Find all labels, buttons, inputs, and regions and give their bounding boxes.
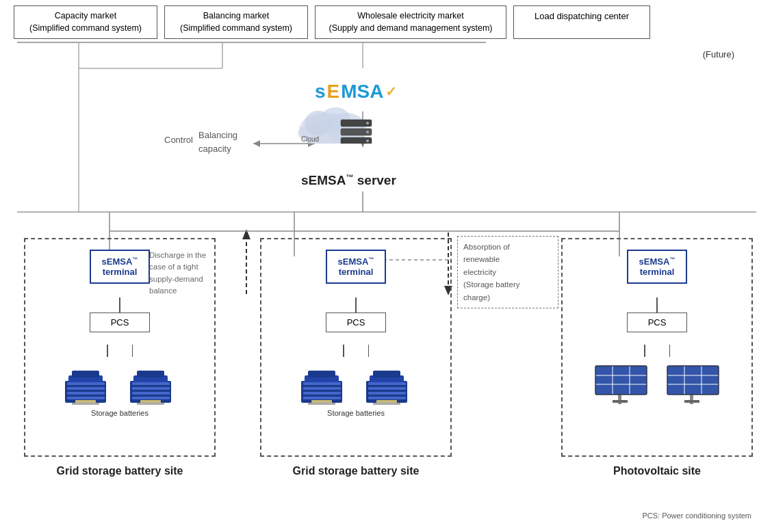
capacity-market-title: Capacity market	[21, 10, 150, 23]
svg-rect-47	[137, 371, 164, 377]
balancing-market-subtitle: (Simplified command system)	[172, 23, 300, 35]
svg-rect-67	[368, 387, 406, 390]
top-market-boxes: Capacity market (Simplified command syst…	[14, 5, 758, 39]
svg-rect-58	[303, 387, 341, 390]
site3-terminal-pcs-connector	[656, 297, 658, 312]
site3-dashed-box: sEMSA™terminal PCS	[561, 238, 753, 457]
svg-marker-13	[253, 140, 260, 147]
svg-point-33	[366, 131, 369, 133]
capacity-market-box: Capacity market (Simplified command syst…	[14, 5, 157, 39]
site2-battery-row	[298, 360, 414, 405]
site3-solar2-icon	[664, 360, 722, 405]
site1-battery-label: Storage batteries	[91, 409, 149, 417]
svg-rect-42	[67, 397, 105, 399]
site1-connector-right	[132, 345, 133, 357]
svg-rect-82	[667, 366, 719, 395]
svg-rect-44	[72, 403, 99, 405]
svg-rect-71	[373, 403, 400, 405]
svg-rect-39	[67, 382, 105, 385]
svg-rect-57	[303, 382, 341, 385]
site1-battery2-icon	[127, 360, 178, 405]
load-dispatching-box: Load dispatching center	[513, 5, 650, 39]
site1-pcs-label: PCS	[111, 317, 129, 328]
site3-container: sEMSA™terminal PCS	[561, 238, 753, 477]
site1-battery1-icon	[62, 360, 113, 405]
pcs-note: PCS: Power conditioning system	[642, 511, 751, 520]
site2-dashed-box: sEMSA™terminal PCS	[260, 238, 452, 457]
site2-container: sEMSA™terminal PCS	[260, 238, 452, 477]
site3-solar1-icon	[592, 360, 650, 405]
svg-point-34	[366, 139, 369, 142]
site2-connector-right	[368, 345, 370, 357]
diagram-container: Capacity market (Simplified command syst…	[0, 0, 772, 532]
site2-terminal-box: sEMSA™terminal	[326, 250, 387, 284]
svg-rect-56	[308, 371, 335, 377]
site2-battery1-icon	[298, 360, 349, 405]
absorption-annotation: Absorption ofrenewableelectricity(Storag…	[457, 236, 558, 308]
discharge-annotation: Discharge in thecase of a tightsupply-de…	[149, 250, 237, 297]
site3-pcs-solar-connectors	[644, 345, 670, 357]
site2-battery-label: Storage batteries	[327, 409, 385, 417]
capacity-market-subtitle: (Simplified command system)	[21, 23, 150, 35]
site3-solar-row	[592, 360, 722, 405]
semsa-logo-section: s E MSA ✓ Cloud	[294, 81, 397, 146]
svg-rect-53	[137, 403, 164, 405]
svg-rect-50	[132, 392, 170, 395]
svg-rect-48	[132, 382, 170, 385]
svg-rect-40	[67, 387, 105, 390]
control-label: Control	[164, 133, 193, 147]
site2-name: Grid storage battery site	[260, 465, 452, 477]
site2-pcs-battery-connectors	[343, 345, 369, 357]
svg-rect-59	[303, 392, 341, 395]
semsa-check: ✓	[385, 83, 397, 100]
svg-rect-62	[308, 403, 335, 405]
svg-rect-73	[613, 400, 628, 403]
svg-rect-68	[368, 392, 406, 395]
site3-terminal-box: sEMSA™terminal	[627, 250, 688, 284]
svg-rect-38	[72, 371, 99, 377]
load-dispatching-title: Load dispatching center	[521, 10, 643, 23]
site1-pcs-box: PCS	[90, 312, 151, 332]
site1-pcs-battery-connectors	[107, 345, 133, 357]
svg-rect-74	[595, 366, 647, 395]
site2-battery2-icon	[363, 360, 414, 405]
wholesale-market-subtitle: (Supply and demand management system)	[322, 23, 499, 35]
site1-connector-left	[107, 345, 108, 357]
site2-terminal-pcs-connector	[355, 297, 357, 312]
balancing-market-title: Balancing market	[172, 10, 300, 23]
site3-connector-right	[669, 345, 671, 357]
svg-text:Cloud: Cloud	[301, 135, 319, 143]
site1-battery-row	[62, 360, 178, 405]
svg-rect-51	[132, 397, 170, 399]
future-label: (Future)	[703, 49, 734, 59]
wholesale-market-title: Wholesale electricity market	[322, 10, 499, 23]
svg-rect-65	[373, 371, 400, 377]
svg-rect-66	[368, 382, 406, 385]
svg-point-32	[366, 122, 369, 124]
cloud-icon: Cloud	[294, 99, 383, 144]
site3-pcs-label: PCS	[648, 317, 667, 328]
wholesale-market-box: Wholesale electricity market (Supply and…	[315, 5, 506, 39]
svg-marker-16	[242, 229, 250, 239]
site1-terminal-pcs-connector	[119, 297, 120, 312]
site3-connector-left	[644, 345, 645, 357]
site1-name: Grid storage battery site	[24, 465, 216, 477]
site2-connector-left	[343, 345, 344, 357]
svg-rect-49	[132, 387, 170, 390]
balancing-market-box: Balancing market (Simplified command sys…	[164, 5, 308, 39]
svg-rect-41	[67, 392, 105, 395]
site3-name: Photovoltaic site	[561, 465, 753, 477]
svg-rect-60	[303, 397, 341, 399]
site2-pcs-label: PCS	[347, 317, 365, 328]
semsa-server-label: sEMSA™ server	[301, 173, 396, 188]
site2-pcs-box: PCS	[326, 312, 387, 332]
site1-terminal-box: sEMSA™terminal	[90, 250, 151, 284]
site3-pcs-box: PCS	[627, 312, 688, 332]
svg-rect-81	[684, 400, 699, 403]
svg-rect-69	[368, 397, 406, 399]
balancing-capacity-label: Balancingcapacity	[198, 129, 253, 155]
